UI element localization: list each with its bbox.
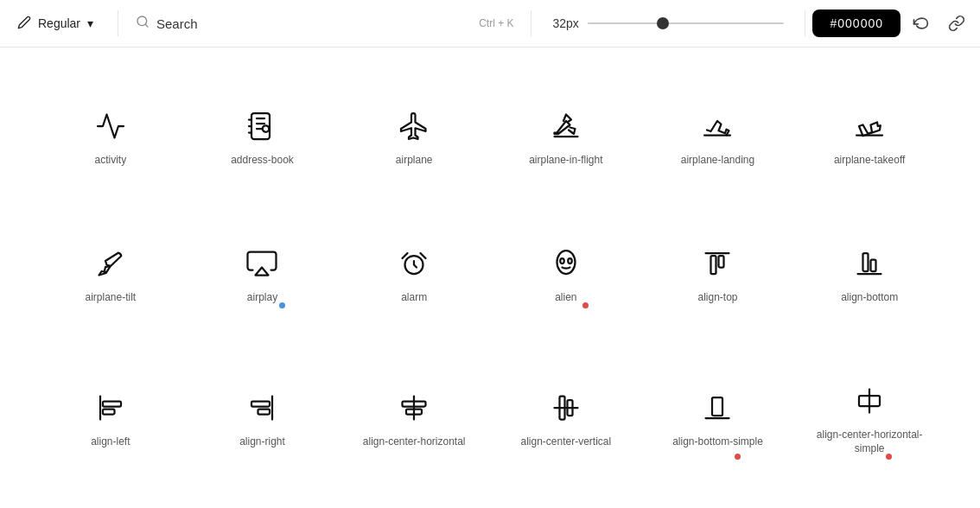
svg-point-12 (560, 258, 564, 264)
address-book-icon (245, 109, 279, 143)
svg-rect-21 (103, 401, 121, 406)
icon-label-airplay: airplay (247, 291, 277, 305)
icon-cell-airplay[interactable]: airplay (187, 202, 339, 340)
align-center-horizontal-simple-icon (852, 384, 887, 418)
align-bottom-icon (852, 246, 887, 281)
link-button[interactable] (940, 7, 973, 40)
airplane-takeoff-icon (852, 109, 887, 143)
icon-cell-alien[interactable]: alien (490, 202, 642, 340)
slider-thumb[interactable] (657, 17, 669, 29)
svg-rect-19 (871, 259, 876, 271)
size-slider[interactable] (588, 22, 785, 24)
icon-cell-align-bottom-simple[interactable]: align-bottom-simple (642, 340, 794, 491)
align-right-icon (245, 391, 279, 425)
align-center-vertical-icon (549, 391, 583, 425)
align-center-horizontal-simple-dot (886, 454, 892, 460)
icon-cell-align-center-horizontal-simple[interactable]: align-center-horizontal-simple (793, 340, 945, 491)
icon-label-align-center-horizontal-simple: align-center-horizontal-simple (817, 429, 923, 455)
icon-cell-alarm[interactable]: alarm (338, 202, 490, 340)
icon-cell-airplane-landing[interactable]: airplane-landing (642, 65, 794, 202)
align-bottom-simple-dot (735, 454, 741, 460)
align-center-horizontal-icon (397, 391, 431, 425)
divider-1 (118, 10, 118, 36)
alien-dot (582, 302, 589, 308)
svg-rect-33 (712, 397, 722, 416)
icon-label-airplane-tilt: airplane-tilt (85, 291, 136, 305)
icon-label-align-right: align-right (239, 435, 285, 449)
alien-icon (549, 246, 583, 281)
icon-label-airplane: airplane (396, 154, 433, 168)
icon-label-alien: alien (555, 291, 576, 305)
icon-cell-airplane-in-flight[interactable]: airplane-in-flight (490, 65, 642, 202)
align-top-icon (700, 246, 735, 281)
airplane-landing-icon (700, 109, 735, 143)
svg-line-9 (403, 253, 408, 258)
svg-marker-7 (256, 267, 269, 275)
icon-cell-align-top[interactable]: align-top (642, 202, 794, 340)
search-label: Search (156, 16, 472, 31)
icon-cell-align-center-vertical[interactable]: align-center-vertical (490, 340, 642, 491)
svg-rect-16 (719, 256, 724, 268)
icon-grid: activity address-book airplane (0, 48, 980, 508)
icon-label-align-center-vertical: align-center-vertical (520, 435, 611, 449)
airplay-icon (245, 246, 279, 281)
icon-cell-airplane[interactable]: airplane (338, 65, 490, 202)
svg-rect-15 (711, 256, 716, 274)
icon-label-align-left: align-left (91, 435, 130, 449)
icon-label-align-bottom: align-bottom (841, 291, 898, 305)
icon-cell-align-bottom[interactable]: align-bottom (793, 202, 945, 340)
icon-label-align-top: align-top (697, 291, 737, 305)
svg-point-2 (263, 125, 270, 132)
color-button[interactable]: #000000 (812, 10, 900, 37)
size-value: 32px (552, 16, 578, 30)
icon-label-alarm: alarm (401, 291, 427, 305)
svg-line-10 (421, 253, 426, 258)
divider-3 (805, 10, 805, 36)
size-control: 32px (538, 16, 798, 30)
icon-label-align-center-horizontal: align-center-horizontal (363, 435, 466, 449)
search-area[interactable]: Search Ctrl + K (125, 15, 524, 32)
icon-label-airplane-takeoff: airplane-takeoff (834, 154, 906, 168)
chevron-down-icon: ▾ (87, 16, 93, 30)
airplane-icon (397, 109, 431, 143)
icon-cell-align-center-horizontal[interactable]: align-center-horizontal (338, 340, 490, 491)
alarm-icon (397, 246, 431, 281)
svg-rect-22 (103, 409, 115, 414)
svg-point-13 (568, 258, 572, 264)
airplay-dot (279, 302, 285, 308)
icon-label-airplane-in-flight: airplane-in-flight (529, 154, 602, 168)
icon-label-activity: activity (94, 154, 126, 168)
icon-cell-address-book[interactable]: address-book (187, 65, 339, 202)
align-bottom-simple-icon (700, 391, 735, 425)
icon-label-airplane-landing: airplane-landing (681, 154, 754, 168)
search-icon (136, 15, 150, 32)
activity-icon (93, 109, 128, 143)
icon-cell-align-left[interactable]: align-left (35, 340, 187, 491)
undo-button[interactable] (904, 7, 937, 40)
icon-cell-airplane-takeoff[interactable]: airplane-takeoff (793, 65, 945, 202)
divider-2 (531, 10, 531, 36)
icon-label-address-book: address-book (231, 154, 294, 168)
svg-rect-25 (258, 409, 270, 414)
pencil-icon (17, 16, 31, 32)
align-left-icon (93, 391, 128, 425)
airplane-in-flight-icon (549, 109, 583, 143)
style-selector-button[interactable]: Regular ▾ (7, 10, 111, 37)
style-label: Regular (38, 16, 80, 30)
icon-cell-align-right[interactable]: align-right (187, 340, 339, 491)
svg-rect-24 (251, 401, 270, 406)
icon-cell-activity[interactable]: activity (35, 65, 187, 202)
toolbar: Regular ▾ Search Ctrl + K 32px #000000 (0, 0, 980, 48)
airplane-tilt-icon (93, 246, 128, 281)
icon-cell-airplane-tilt[interactable]: airplane-tilt (35, 202, 187, 340)
svg-rect-18 (863, 253, 869, 271)
search-shortcut: Ctrl + K (479, 17, 513, 29)
icon-label-align-bottom-simple: align-bottom-simple (672, 435, 763, 449)
